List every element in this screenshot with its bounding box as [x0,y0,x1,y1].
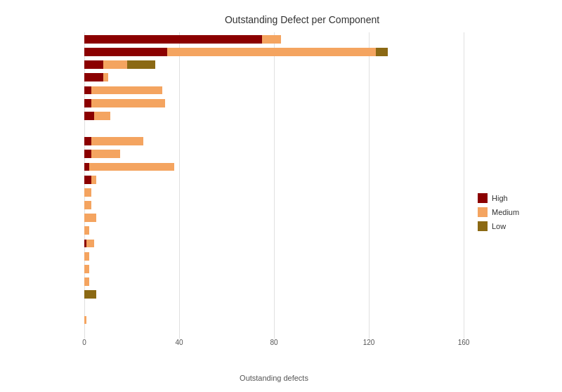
bar-row [84,150,464,158]
bar-high [84,150,91,158]
legend-item: Medium [478,207,548,217]
legend-item: High [478,193,548,203]
bar-high [84,60,103,69]
bar-medium [91,99,165,107]
legend-label: Low [492,222,506,230]
legend-item: Low [478,221,548,231]
bar-row [84,99,464,107]
legend-color [478,193,488,203]
bar-row [84,35,464,44]
bar-row [84,163,464,171]
bar-medium [86,240,93,248]
bar-medium [84,214,96,222]
bar-row [84,226,464,235]
bar-medium [91,150,120,158]
bar-row [84,124,464,133]
bar-row [84,303,464,311]
bar-row [84,329,464,337]
bar-high [84,176,91,184]
bar-medium [262,35,281,44]
legend-label: High [492,194,508,202]
x-axis: 04080120160 [84,339,464,354]
bar-row [84,201,464,209]
bar-medium [89,163,175,171]
bar-medium [84,277,89,286]
bar-row [84,240,464,248]
bar-high [84,48,167,56]
bar-row [84,265,464,273]
bar-high [84,99,91,107]
bar-row [84,86,464,95]
bar-row [84,176,464,184]
bar-row [84,277,464,286]
bar-row [84,252,464,261]
x-tick-label: 40 [175,339,183,346]
legend-section: HighMediumLow [464,32,548,354]
bar-high [84,73,103,81]
x-tick-label: 120 [363,339,375,346]
legend-label: Medium [492,208,519,216]
bar-medium [84,252,89,261]
bar-medium [84,316,86,325]
chart-container: Outstanding Defect per Component lib-lib… [0,0,562,392]
bar-high [84,35,262,44]
bar-row [84,290,464,299]
bars-wrapper [84,32,464,339]
bar-row [84,60,464,69]
bar-medium [84,265,89,273]
bar-medium [84,188,91,197]
bar-medium [103,73,108,81]
bar-medium [91,86,162,95]
bar-high [84,137,91,145]
bar-medium [167,48,376,56]
bar-high [84,163,89,171]
bar-medium [103,60,127,69]
bar-high [84,112,94,120]
x-tick-label: 80 [270,339,277,346]
bar-medium [91,137,143,145]
x-tick-label: 160 [458,339,470,346]
bar-row [84,316,464,325]
bars-section: lib-libpkixcmdlib-freebllib-pkilib-softo… [84,32,464,354]
bar-medium [84,201,91,209]
bar-row [84,188,464,197]
bar-medium [84,226,89,235]
legend-color [478,221,488,231]
x-tick-label: 0 [82,339,86,346]
bar-row [84,214,464,222]
bar-row [84,73,464,81]
bar-high [84,86,91,95]
bar-low [127,60,156,69]
chart-area: lib-libpkixcmdlib-freebllib-pkilib-softo… [84,32,548,354]
bar-row [84,112,464,120]
x-axis-title: Outstanding defects [84,374,464,382]
bar-low [84,290,96,299]
bar-row [84,48,464,56]
bar-row [84,137,464,145]
chart-title: Outstanding Defect per Component [56,14,548,25]
bar-low [376,48,388,56]
bar-medium [91,176,96,184]
legend-color [478,207,488,217]
bar-medium [94,112,111,120]
